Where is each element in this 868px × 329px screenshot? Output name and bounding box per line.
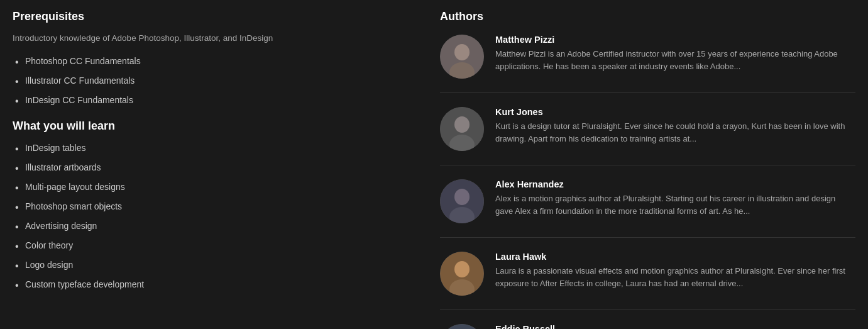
svg-point-4 xyxy=(454,116,470,133)
prereq-item: Photoshop CC Fundamentals xyxy=(13,55,415,68)
learn-list: InDesign tables Illustrator artboards Mu… xyxy=(13,142,415,291)
author-info: Alex Hernandez Alex is a motion graphics… xyxy=(495,179,855,218)
avatar xyxy=(440,324,484,329)
svg-point-10 xyxy=(454,261,470,277)
left-panel: Prerequisites Introductory knowledge of … xyxy=(0,10,427,329)
learn-item: Logo design xyxy=(13,259,415,272)
learn-title: What you will learn xyxy=(13,120,415,133)
author-bio: Alex is a motion graphics author at Plur… xyxy=(495,192,855,218)
author-bio: Kurt is a design tutor at Pluralsight. E… xyxy=(495,120,855,145)
avatar xyxy=(440,252,484,296)
author-info: Eddie Russell Eddie began teaching creat… xyxy=(495,324,855,329)
author-name: Eddie Russell xyxy=(495,324,855,329)
prereq-item: Illustrator CC Fundamentals xyxy=(13,74,415,87)
author-entry: Laura Hawk Laura is a passionate visual … xyxy=(440,252,855,310)
author-name: Matthew Pizzi xyxy=(495,35,855,45)
author-info: Laura Hawk Laura is a passionate visual … xyxy=(495,252,855,290)
author-bio: Matthew Pizzi is an Adobe Certified inst… xyxy=(495,48,855,73)
prerequisites-title: Prerequisites xyxy=(13,10,415,23)
learn-item: Custom typeface development xyxy=(13,278,415,291)
avatar xyxy=(440,107,484,151)
author-entry: Matthew Pizzi Matthew Pizzi is an Adobe … xyxy=(440,35,855,93)
prereq-item: InDesign CC Fundamentals xyxy=(13,94,415,107)
prerequisites-list: Photoshop CC Fundamentals Illustrator CC… xyxy=(13,55,415,107)
learn-item: Advertising design xyxy=(13,220,415,233)
right-panel: Authors Matthew Pizzi Matthew Pizzi is a… xyxy=(427,10,868,329)
svg-point-1 xyxy=(454,44,470,60)
avatar xyxy=(440,179,484,223)
author-info: Kurt Jones Kurt is a design tutor at Plu… xyxy=(495,107,855,145)
learn-item: Illustrator artboards xyxy=(13,161,415,174)
author-entry: Alex Hernandez Alex is a motion graphics… xyxy=(440,179,855,238)
author-entry: Kurt Jones Kurt is a design tutor at Plu… xyxy=(440,107,855,165)
author-entry: Eddie Russell Eddie began teaching creat… xyxy=(440,324,855,329)
author-bio: Laura is a passionate visual effects and… xyxy=(495,265,855,290)
svg-point-7 xyxy=(454,189,470,205)
author-info: Matthew Pizzi Matthew Pizzi is an Adobe … xyxy=(495,35,855,73)
learn-item: Photoshop smart objects xyxy=(13,200,415,213)
author-name: Alex Hernandez xyxy=(495,179,855,189)
learn-item: InDesign tables xyxy=(13,142,415,155)
avatar xyxy=(440,35,484,79)
author-name: Laura Hawk xyxy=(495,252,855,262)
intro-text: Introductory knowledge of Adobe Photosho… xyxy=(13,32,415,45)
learn-item: Color theory xyxy=(13,239,415,252)
authors-title: Authors xyxy=(440,10,855,23)
svg-point-12 xyxy=(440,324,484,329)
learn-item: Multi-page layout designs xyxy=(13,181,415,194)
author-name: Kurt Jones xyxy=(495,107,855,117)
